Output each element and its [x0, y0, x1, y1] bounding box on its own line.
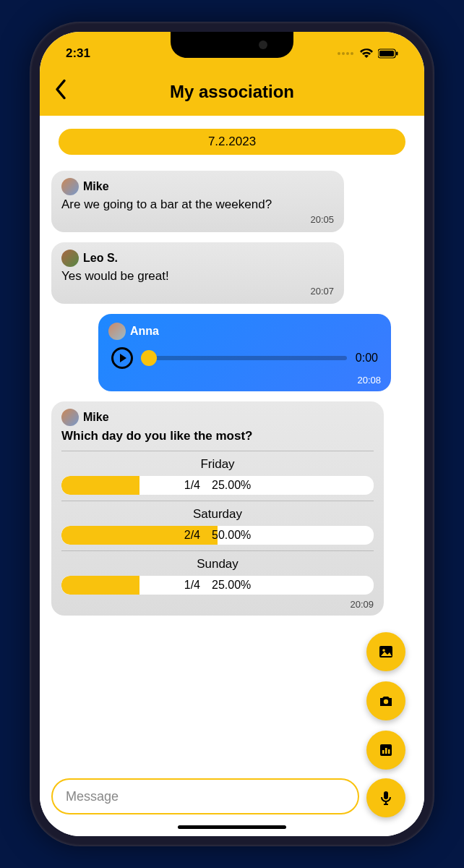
- gallery-button[interactable]: [366, 632, 405, 671]
- message-text: Are we going to a bar at the weekend?: [61, 197, 334, 213]
- page-title: My association: [170, 82, 294, 102]
- poll-option-label: Sunday: [61, 557, 374, 571]
- audio-slider[interactable]: [142, 356, 347, 360]
- poll-fill: [61, 476, 139, 495]
- avatar: [108, 323, 126, 340]
- message-time: 20:07: [61, 286, 334, 297]
- svg-point-4: [382, 649, 385, 652]
- status-time: 2:31: [66, 46, 90, 61]
- chat-area[interactable]: 7.2.2023 Mike Are we going to a bar at t…: [40, 116, 424, 836]
- avatar: [61, 250, 79, 267]
- audio-message-bubble[interactable]: Anna 0:00 20:08: [98, 314, 391, 391]
- header: My association: [40, 68, 424, 116]
- poll-count: 1/4: [184, 479, 200, 492]
- poll-question: Which day do you like the most?: [61, 429, 374, 443]
- notch: [171, 32, 293, 58]
- status-icons: [338, 48, 398, 59]
- poll-bubble[interactable]: Mike Which day do you like the most? Fri…: [51, 401, 384, 616]
- poll-count: 2/4: [184, 529, 200, 542]
- mic-icon: [377, 789, 395, 807]
- wifi-icon: [359, 48, 374, 59]
- signal-dots-icon: [338, 52, 353, 55]
- poll-option-label: Saturday: [61, 507, 374, 522]
- sender-name: Leo S.: [83, 252, 118, 265]
- sender-name: Anna: [130, 325, 159, 338]
- mic-button[interactable]: [366, 778, 405, 817]
- poll-button[interactable]: [366, 731, 405, 770]
- avatar: [61, 409, 79, 426]
- svg-rect-7: [382, 750, 384, 754]
- svg-rect-8: [385, 748, 387, 754]
- poll-count: 1/4: [184, 579, 200, 592]
- audio-knob[interactable]: [141, 350, 157, 366]
- divider: [61, 550, 374, 551]
- message-time: 20:09: [61, 599, 374, 610]
- poll-option[interactable]: Saturday 2/4 50.00%: [61, 507, 374, 545]
- play-button[interactable]: [111, 347, 133, 369]
- camera-icon: [377, 692, 395, 710]
- svg-point-5: [384, 699, 388, 704]
- poll-bar[interactable]: 1/4 25.00%: [61, 476, 374, 495]
- camera-button[interactable]: [366, 681, 405, 720]
- poll-percent: 25.00%: [212, 479, 251, 492]
- poll-option-label: Friday: [61, 457, 374, 472]
- avatar: [61, 178, 79, 195]
- message-time: 20:05: [61, 214, 334, 225]
- fab-column: [366, 632, 405, 770]
- poll-option[interactable]: Friday 1/4 25.00%: [61, 457, 374, 495]
- phone-frame: 2:31 My association 7.2.2023 Mike: [30, 22, 434, 846]
- bar-chart-icon: [377, 741, 395, 759]
- message-input[interactable]: [66, 789, 345, 804]
- svg-rect-10: [384, 791, 388, 799]
- sender-name: Mike: [83, 411, 109, 424]
- poll-option[interactable]: Sunday 1/4 25.00%: [61, 557, 374, 595]
- screen: 2:31 My association 7.2.2023 Mike: [40, 32, 424, 836]
- message-bubble[interactable]: Leo S. Yes would be great! 20:07: [51, 242, 344, 304]
- message-input-container[interactable]: [51, 778, 359, 814]
- divider: [61, 501, 374, 501]
- poll-fill: [61, 576, 139, 595]
- svg-rect-9: [388, 749, 390, 754]
- message-bubble[interactable]: Mike Are we going to a bar at the weeken…: [51, 171, 344, 232]
- poll-bar[interactable]: 2/4 50.00%: [61, 526, 374, 545]
- svg-rect-1: [379, 51, 394, 56]
- sender-name: Mike: [83, 180, 109, 193]
- svg-rect-2: [396, 52, 398, 56]
- message-text: Yes would be great!: [61, 268, 334, 284]
- back-button[interactable]: [54, 80, 67, 105]
- poll-percent: 50.00%: [212, 529, 251, 542]
- date-pill: 7.2.2023: [59, 129, 405, 155]
- audio-duration: 0:00: [356, 352, 378, 365]
- divider: [61, 451, 374, 451]
- image-icon: [377, 643, 395, 660]
- poll-bar[interactable]: 1/4 25.00%: [61, 576, 374, 595]
- poll-percent: 25.00%: [212, 579, 251, 592]
- home-indicator[interactable]: [178, 825, 286, 829]
- battery-icon: [378, 48, 398, 59]
- chevron-left-icon: [54, 80, 67, 100]
- message-time: 20:08: [108, 375, 381, 386]
